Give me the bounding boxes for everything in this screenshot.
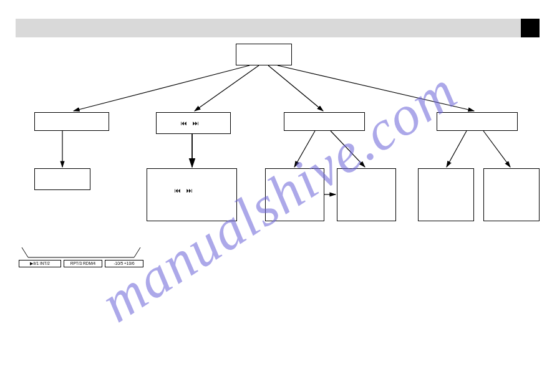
remote-btn-rpt-rdm[interactable]: RPT/3 RDM/4 xyxy=(64,260,102,267)
skip-icons-row-2: ⏮ ⏭ xyxy=(175,187,193,194)
remote-panel: ▶II/1 INT/2 RPT/3 RDM/4 -10/5 +10/6 xyxy=(19,246,143,267)
svg-line-1 xyxy=(195,65,259,111)
svg-line-2 xyxy=(268,65,323,111)
skip-icons-row-1: ⏮ ⏭ xyxy=(181,120,200,127)
prev-icon: ⏮ xyxy=(175,187,182,194)
remote-btn-minus-plus[interactable]: -10/5 +10/6 xyxy=(105,260,143,267)
remote-btn-play-int[interactable]: ▶II/1 INT/2 xyxy=(19,260,61,267)
remote-button-row: ▶II/1 INT/2 RPT/3 RDM/4 -10/5 +10/6 xyxy=(19,260,143,267)
node-l2-f xyxy=(483,168,540,221)
header-bar xyxy=(16,19,540,37)
node-l2-a xyxy=(34,168,90,190)
remote-outline xyxy=(19,246,143,259)
node-l1-c xyxy=(284,112,365,131)
node-l2-c xyxy=(265,168,324,221)
header-accent xyxy=(521,19,540,37)
svg-line-6 xyxy=(294,131,315,167)
node-l2-b xyxy=(147,168,237,221)
svg-line-9 xyxy=(483,131,510,167)
node-l1-d xyxy=(437,112,518,131)
svg-line-3 xyxy=(278,65,474,111)
svg-line-0 xyxy=(74,65,249,111)
next-icon: ⏭ xyxy=(193,120,200,127)
prev-icon: ⏮ xyxy=(181,120,188,127)
next-icon: ⏭ xyxy=(186,187,193,194)
node-l1-a xyxy=(34,112,109,131)
svg-line-8 xyxy=(447,131,467,167)
node-l2-d xyxy=(337,168,396,221)
svg-line-7 xyxy=(331,131,365,167)
node-root xyxy=(236,44,292,65)
node-l2-e xyxy=(418,168,474,221)
